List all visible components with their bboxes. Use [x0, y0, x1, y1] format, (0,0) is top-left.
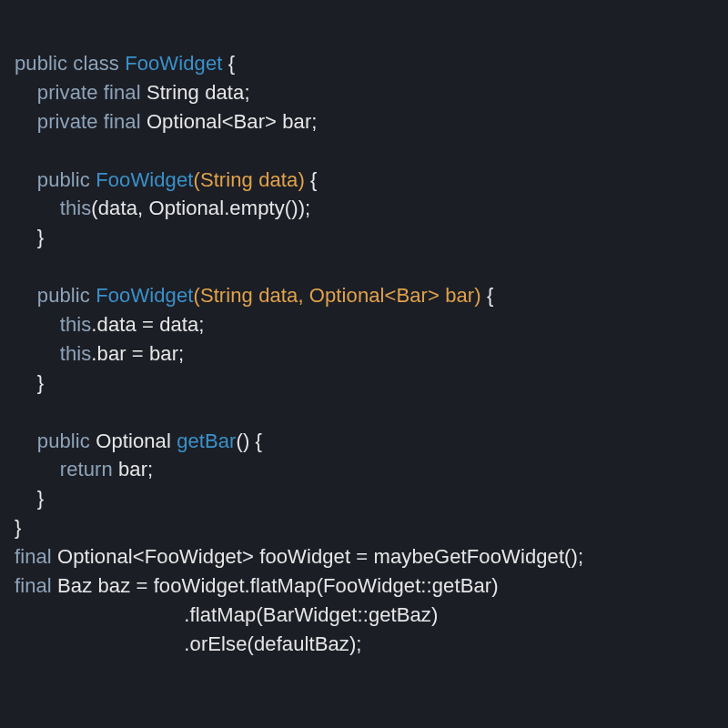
code-token: Optional<Bar> bar; — [141, 110, 318, 133]
code-token: getBar — [177, 430, 236, 452]
code-token: .orElse(defaultBaz); — [15, 632, 362, 655]
code-token — [15, 430, 37, 452]
code-token: final — [15, 574, 52, 597]
code-token: { — [481, 284, 494, 307]
code-token: } — [15, 371, 44, 394]
code-token: .flatMap(BarWidget::getBaz) — [15, 603, 438, 626]
code-token — [15, 342, 60, 365]
code-token: public — [37, 168, 90, 191]
code-token: private — [37, 81, 98, 104]
code-token: Optional — [90, 430, 177, 452]
code-token: (data, Optional.empty()); — [91, 197, 310, 219]
code-token: FooWidget — [125, 52, 222, 75]
code-token: class — [73, 52, 119, 75]
code-token: () { — [237, 430, 263, 452]
code-token: .bar = bar; — [91, 342, 184, 365]
code-token — [15, 168, 37, 191]
code-token: } — [15, 516, 21, 539]
code-token — [15, 284, 37, 307]
code-token — [15, 110, 37, 133]
code-block: public class FooWidget { private final S… — [0, 0, 728, 673]
code-token: { — [305, 168, 318, 191]
code-token: private — [37, 110, 98, 133]
code-token: final — [104, 110, 141, 133]
code-token: this — [60, 342, 92, 365]
code-token: (String data) — [193, 168, 304, 191]
code-token: } — [15, 226, 44, 248]
code-token: FooWidget — [96, 284, 193, 307]
code-token: return — [60, 458, 113, 480]
code-token: } — [15, 487, 44, 510]
code-token — [15, 313, 60, 336]
code-token — [15, 81, 37, 104]
code-token: final — [15, 545, 52, 568]
code-token: public — [37, 430, 90, 452]
code-token: String data; — [141, 81, 250, 104]
code-token: this — [60, 197, 92, 219]
code-token: Baz baz = fooWidget.flatMap(FooWidget::g… — [52, 574, 499, 597]
code-token: { — [222, 52, 235, 75]
code-token: Optional<FooWidget> fooWidget = maybeGet… — [52, 545, 583, 568]
code-token: public — [15, 52, 67, 75]
code-token: (String data, Optional<Bar> bar) — [193, 284, 480, 307]
code-token: this — [60, 313, 92, 336]
code-token: .data = data; — [91, 313, 204, 336]
code-token — [15, 458, 60, 480]
code-token: FooWidget — [96, 168, 193, 191]
code-token: bar; — [113, 458, 154, 480]
code-token: final — [104, 81, 141, 104]
code-token: public — [37, 284, 90, 307]
code-token — [15, 197, 60, 219]
